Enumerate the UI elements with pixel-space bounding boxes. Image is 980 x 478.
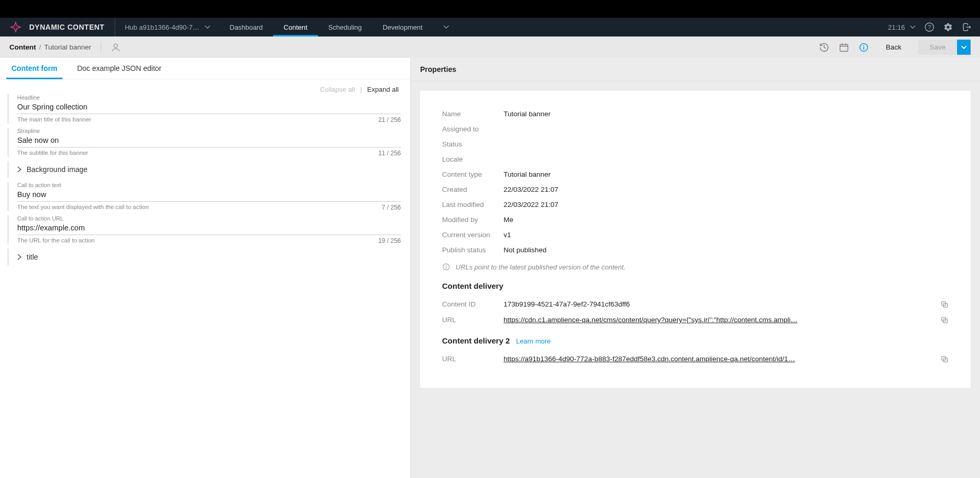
svg-rect-5 <box>840 44 848 51</box>
char-count: 21 / 256 <box>378 116 401 124</box>
logout-icon[interactable] <box>962 22 972 32</box>
nav-links: Dashboard Content Scheduling Development <box>219 18 449 36</box>
expand-all[interactable]: Expand all <box>367 85 399 93</box>
prop-label: Status <box>442 140 504 148</box>
prop-content-type: Content typeTutorial banner <box>442 167 949 182</box>
prop-name: NameTutorial banner <box>442 106 949 121</box>
section-title: Content delivery <box>442 281 504 290</box>
save-dropdown[interactable] <box>957 40 971 55</box>
tab-json-editor-label: Doc example JSON editor <box>77 64 162 72</box>
collapse-all: Collapse all <box>320 85 355 93</box>
nav-development-label: Development <box>383 23 423 31</box>
time-selector[interactable]: 21:16 <box>888 23 915 31</box>
tab-json-editor[interactable]: Doc example JSON editor <box>75 58 164 79</box>
navbar: DYNAMIC CONTENT Hub a91b1366-4d90-7… Das… <box>0 18 980 36</box>
breadcrumb-leaf: Tutorial banner <box>44 43 91 51</box>
prop-value: Me <box>504 216 949 224</box>
nav-dashboard-label: Dashboard <box>230 23 263 31</box>
prop-label: Locale <box>442 155 504 163</box>
right-panel: Properties NameTutorial banner Assigned … <box>411 58 980 478</box>
tab-content-form[interactable]: Content form <box>9 58 59 79</box>
calendar-icon[interactable] <box>839 42 849 53</box>
field-background-image[interactable]: Background image <box>7 161 401 178</box>
chevron-down-icon <box>910 26 915 29</box>
copy-icon[interactable] <box>940 355 949 363</box>
prop-version: Current versionv1 <box>442 227 949 242</box>
hub-selector[interactable]: Hub a91b1366-4d90-7… <box>115 23 219 31</box>
nav-more-icon[interactable] <box>444 26 449 29</box>
prop-label: Content type <box>442 170 504 178</box>
prop-locale: Locale <box>442 152 949 167</box>
prop-label: Assigned to <box>442 125 504 133</box>
copy-icon[interactable] <box>940 316 949 324</box>
field-hint: The text you want displayed with the cal… <box>17 204 149 211</box>
nav-development[interactable]: Development <box>372 18 433 36</box>
prop-modified: Last modified22/03/2022 21:07 <box>442 197 949 212</box>
field-label: Background image <box>27 165 88 174</box>
cta-url-input[interactable] <box>17 222 401 235</box>
prop-value: 22/03/2022 21:07 <box>504 201 949 209</box>
hub-name: Hub a91b1366-4d90-7… <box>125 23 199 31</box>
field-label: Call to action text <box>17 182 401 188</box>
prop-created: Created22/03/2022 21:07 <box>442 182 949 197</box>
subbar: Content / Tutorial banner Back Save <box>0 36 980 58</box>
prop-label: URL <box>442 316 504 324</box>
prop-label: Modified by <box>442 216 504 224</box>
gear-icon[interactable] <box>944 22 953 32</box>
info-text: URLs point to the latest published versi… <box>456 263 626 271</box>
prop-label: Last modified <box>442 201 504 209</box>
left-panel: Content form Doc example JSON editor Col… <box>0 58 411 478</box>
field-title[interactable]: title <box>7 249 401 265</box>
chevron-right-icon <box>17 166 21 173</box>
properties-header: Properties <box>411 58 980 81</box>
svg-rect-11 <box>446 266 446 268</box>
learn-more-link[interactable]: Learn more <box>516 337 550 345</box>
save-group: Save <box>918 40 971 55</box>
prop-value: 173b9199-4521-47a7-9ef2-7941cf63dff6 <box>504 300 935 308</box>
nav-content[interactable]: Content <box>273 18 318 36</box>
char-count: 19 / 256 <box>378 237 401 244</box>
logo-icon <box>8 20 23 34</box>
section-content-delivery-2: Content delivery 2 Learn more <box>442 336 949 345</box>
section-title: Content delivery 2 <box>442 336 510 345</box>
prop-label: Content ID <box>442 300 504 308</box>
strapline-input[interactable] <box>17 134 401 148</box>
headline-input[interactable] <box>17 101 401 114</box>
back-button[interactable]: Back <box>878 40 909 54</box>
save-button[interactable]: Save <box>918 40 957 55</box>
svg-point-10 <box>446 265 446 266</box>
help-icon[interactable]: ? <box>925 22 934 32</box>
assignee-icon[interactable] <box>111 42 121 53</box>
history-icon[interactable] <box>819 42 829 53</box>
prop-value: v1 <box>504 231 949 239</box>
breadcrumb-root[interactable]: Content <box>9 43 36 51</box>
info-icon <box>442 263 450 271</box>
cta-text-input[interactable] <box>17 189 401 202</box>
prop-label: Created <box>442 186 504 193</box>
svg-text:?: ? <box>928 24 931 30</box>
delivery-url-link[interactable]: https://cdn.c1.amplience-qa.net/cms/cont… <box>504 316 935 324</box>
char-count: 7 / 256 <box>382 204 401 211</box>
svg-rect-8 <box>863 47 864 50</box>
prop-label: Current version <box>442 231 504 239</box>
field-hint: The subtitle for this banner <box>17 150 88 157</box>
svg-point-4 <box>114 44 118 47</box>
prop-status: Status <box>442 137 949 152</box>
nav-dashboard[interactable]: Dashboard <box>219 18 274 36</box>
url-info-note: URLs point to the latest published versi… <box>442 263 949 271</box>
chevron-down-icon <box>205 26 210 29</box>
field-headline: Headline The main title of this banner 2… <box>7 94 401 124</box>
prop-value: 22/03/2022 21:07 <box>504 186 949 193</box>
prop-assigned: Assigned to <box>442 121 949 137</box>
svg-point-7 <box>863 45 864 46</box>
field-label: Strapline <box>17 128 401 134</box>
field-strapline: Strapline The subtitle for this banner 1… <box>7 128 401 157</box>
copy-icon[interactable] <box>940 300 949 309</box>
prop-delivery2-url: URL https://a91b1366-4d90-772a-b883-f287… <box>442 351 949 367</box>
info-icon[interactable] <box>859 42 869 53</box>
delivery2-url-link[interactable]: https://a91b1366-4d90-772a-b883-f287eddf… <box>504 355 935 363</box>
chevron-down-icon <box>961 46 966 49</box>
prop-label: Name <box>442 110 504 118</box>
nav-scheduling[interactable]: Scheduling <box>318 18 372 36</box>
prop-value: Tutorial banner <box>504 170 949 178</box>
